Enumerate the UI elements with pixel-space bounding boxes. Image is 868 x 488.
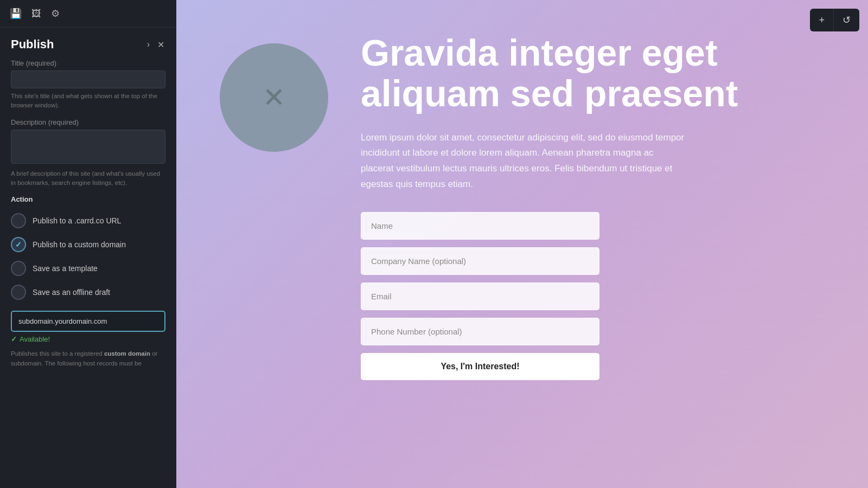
right-panel: + ↺ ✕ Gravida integer eget aliquam sed p… (176, 0, 868, 488)
form-fields: Yes, I'm Interested! (361, 212, 599, 380)
panel-title: Publish (11, 37, 54, 52)
radio-option-custom[interactable]: Publish to a custom domain (11, 233, 165, 256)
radio-label-offline: Save as an offline draft (33, 288, 110, 297)
preview-text: Gravida integer eget aliquam sed praesen… (361, 33, 825, 380)
preview-image: ✕ (220, 43, 328, 152)
panel-body: Title (required) This site's title (and … (0, 59, 176, 488)
radio-circle-custom (11, 237, 26, 252)
form-email-input[interactable] (361, 282, 599, 310)
description-field-group: Description (required) A brief descripti… (11, 118, 165, 188)
available-badge: Available! (11, 335, 165, 343)
radio-option-template[interactable]: Save as a template (11, 256, 165, 280)
form-company-input[interactable] (361, 247, 599, 275)
top-bar: + ↺ (810, 9, 859, 31)
close-button[interactable]: ✕ (156, 38, 165, 51)
title-input[interactable] (11, 70, 165, 88)
publish-hint: Publishes this site to a registered cust… (11, 349, 165, 369)
image-icon[interactable]: 🖼 (31, 8, 41, 20)
description-label: Description (required) (11, 118, 165, 126)
radio-label-carrd: Publish to a .carrd.co URL (33, 216, 121, 225)
action-section: Action Publish to a .carrd.co URL Publis… (11, 195, 165, 304)
preview-body: Lorem ipsum dolor sit amet, consectetur … (361, 130, 686, 193)
preview-heading: Gravida integer eget aliquam sed praesen… (361, 33, 825, 114)
radio-option-carrd[interactable]: Publish to a .carrd.co URL (11, 209, 165, 233)
radio-circle-template (11, 261, 26, 276)
action-label: Action (11, 195, 165, 203)
placeholder-x-icon: ✕ (263, 82, 285, 113)
radio-circle-carrd (11, 213, 26, 228)
title-field-group: Title (required) This site's title (and … (11, 59, 165, 111)
radio-circle-offline (11, 285, 26, 300)
submit-button[interactable]: Yes, I'm Interested! (361, 353, 599, 380)
left-panel: 💾 🖼 ⚙ Publish › ✕ Title (required) This … (0, 0, 176, 488)
panel-header-actions: › ✕ (146, 38, 165, 51)
add-button[interactable]: + (810, 9, 834, 31)
description-input[interactable] (11, 130, 165, 164)
expand-button[interactable]: › (146, 38, 151, 50)
form-name-input[interactable] (361, 212, 599, 240)
title-label: Title (required) (11, 59, 165, 67)
title-hint: This site's title (and what gets shown a… (11, 92, 165, 111)
panel-header: Publish › ✕ (0, 28, 176, 59)
undo-button[interactable]: ↺ (834, 9, 859, 31)
domain-input[interactable] (11, 311, 165, 332)
save-icon[interactable]: 💾 (10, 8, 22, 20)
radio-label-custom: Publish to a custom domain (33, 240, 126, 249)
publish-hint-bold: custom domain (104, 350, 150, 357)
description-hint: A brief description of this site (and wh… (11, 169, 165, 188)
preview-content: ✕ Gravida integer eget aliquam sed praes… (176, 0, 868, 488)
domain-input-wrapper (11, 311, 165, 332)
toolbar: 💾 🖼 ⚙ (0, 0, 176, 28)
radio-option-offline[interactable]: Save as an offline draft (11, 280, 165, 304)
radio-label-template: Save as a template (33, 264, 98, 273)
settings-icon[interactable]: ⚙ (51, 8, 60, 20)
form-phone-input[interactable] (361, 318, 599, 345)
